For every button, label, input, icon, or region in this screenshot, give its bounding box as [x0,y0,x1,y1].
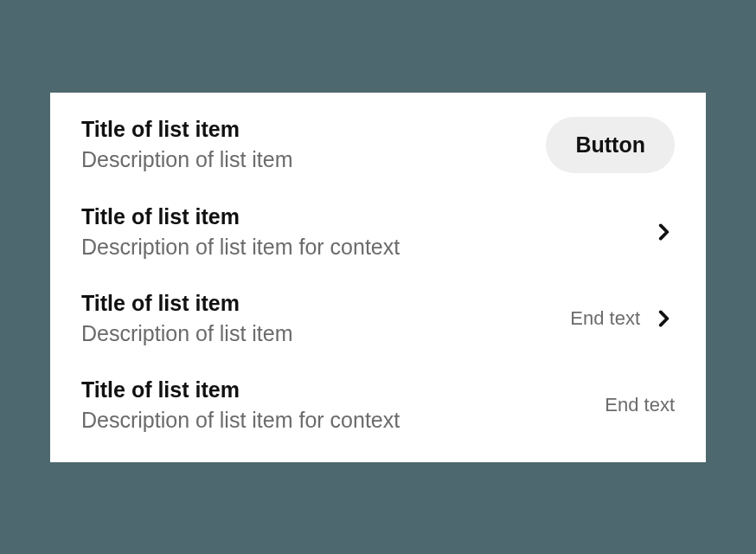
list-item-text: Title of list item Description of list i… [81,117,293,172]
list-item-end [652,221,675,243]
list-item-title: Title of list item [81,377,400,403]
list-item-description: Description of list item [81,147,293,172]
list-item-end-text: End text [605,394,675,416]
list-item: Title of list item Description of list i… [81,112,675,189]
list-item-text: Title of list item Description of list i… [81,377,400,433]
list-item-end: End text [605,394,675,416]
list-item[interactable]: Title of list item Description of list i… [81,275,675,362]
list-item-text: Title of list item Description of list i… [81,291,293,346]
list-item-end: End text [570,307,675,330]
action-button[interactable]: Button [546,117,675,173]
list-item-end: Button [546,117,675,173]
list-item-description: Description of list item for context [81,235,400,260]
list-item-end-text: End text [570,307,640,330]
chevron-right-icon [652,307,675,330]
list-card: Title of list item Description of list i… [50,93,706,462]
list-item-description: Description of list item for context [81,408,400,433]
list-item-title: Title of list item [81,117,293,142]
list-item-title: Title of list item [81,291,293,316]
list-item-text: Title of list item Description of list i… [81,204,400,260]
list-item-description: Description of list item [81,321,293,346]
chevron-right-icon [652,221,675,243]
list-item: Title of list item Description of list i… [81,362,675,438]
list-item[interactable]: Title of list item Description of list i… [81,189,675,275]
list-item-title: Title of list item [81,204,400,229]
